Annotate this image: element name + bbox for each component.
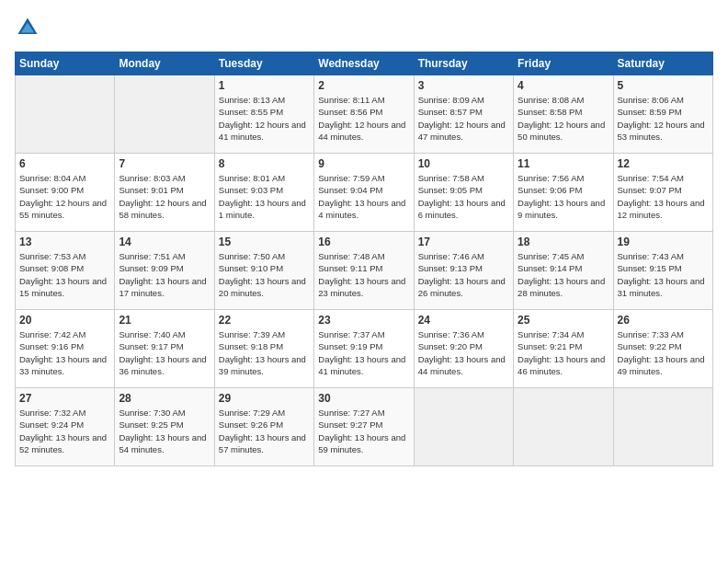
day-info: Sunrise: 7:48 AM Sunset: 9:11 PM Dayligh… xyxy=(318,250,409,299)
day-number: 22 xyxy=(219,314,310,327)
calendar-cell: 11Sunrise: 7:56 AM Sunset: 9:06 PM Dayli… xyxy=(514,154,613,232)
weekday-header-wednesday: Wednesday xyxy=(314,52,414,75)
day-number: 12 xyxy=(618,157,709,170)
calendar-week-2: 6Sunrise: 8:04 AM Sunset: 9:00 PM Daylig… xyxy=(16,154,713,232)
day-number: 24 xyxy=(418,314,509,327)
day-info: Sunrise: 7:46 AM Sunset: 9:13 PM Dayligh… xyxy=(418,250,509,299)
weekday-header-row: SundayMondayTuesdayWednesdayThursdayFrid… xyxy=(16,52,713,75)
calendar-cell xyxy=(613,388,712,466)
day-info: Sunrise: 7:30 AM Sunset: 9:25 PM Dayligh… xyxy=(119,407,210,455)
day-info: Sunrise: 8:08 AM Sunset: 8:58 PM Dayligh… xyxy=(518,94,609,143)
day-number: 3 xyxy=(418,79,509,92)
day-number: 17 xyxy=(418,236,509,248)
calendar-cell: 22Sunrise: 7:39 AM Sunset: 9:18 PM Dayli… xyxy=(214,310,313,388)
day-info: Sunrise: 7:33 AM Sunset: 9:22 PM Dayligh… xyxy=(618,328,709,377)
calendar-cell: 10Sunrise: 7:58 AM Sunset: 9:05 PM Dayli… xyxy=(414,154,513,232)
day-number: 18 xyxy=(518,236,609,248)
day-number: 6 xyxy=(19,157,110,170)
header xyxy=(15,15,713,40)
weekday-header-sunday: Sunday xyxy=(16,52,115,75)
day-number: 10 xyxy=(418,157,509,170)
day-number: 2 xyxy=(318,79,409,92)
calendar-cell: 4Sunrise: 8:08 AM Sunset: 8:58 PM Daylig… xyxy=(514,75,613,154)
day-number: 20 xyxy=(19,314,110,327)
calendar-cell: 25Sunrise: 7:34 AM Sunset: 9:21 PM Dayli… xyxy=(514,310,613,388)
day-number: 7 xyxy=(119,157,210,170)
calendar-cell: 12Sunrise: 7:54 AM Sunset: 9:07 PM Dayli… xyxy=(613,154,712,232)
day-info: Sunrise: 7:37 AM Sunset: 9:19 PM Dayligh… xyxy=(318,328,409,377)
day-number: 23 xyxy=(318,314,409,327)
weekday-header-saturday: Saturday xyxy=(613,52,712,75)
day-info: Sunrise: 7:59 AM Sunset: 9:04 PM Dayligh… xyxy=(318,172,409,221)
calendar-body: 1Sunrise: 8:13 AM Sunset: 8:55 PM Daylig… xyxy=(16,75,713,466)
calendar-cell xyxy=(514,388,613,466)
calendar-cell: 7Sunrise: 8:03 AM Sunset: 9:01 PM Daylig… xyxy=(115,154,214,232)
day-number: 19 xyxy=(618,236,709,248)
calendar-table: SundayMondayTuesdayWednesdayThursdayFrid… xyxy=(15,52,713,466)
calendar-cell: 30Sunrise: 7:27 AM Sunset: 9:27 PM Dayli… xyxy=(314,388,414,466)
day-info: Sunrise: 7:32 AM Sunset: 9:24 PM Dayligh… xyxy=(19,407,110,455)
page-container: SundayMondayTuesdayWednesdayThursdayFrid… xyxy=(0,0,728,474)
calendar-cell: 26Sunrise: 7:33 AM Sunset: 9:22 PM Dayli… xyxy=(613,310,712,388)
day-info: Sunrise: 8:11 AM Sunset: 8:56 PM Dayligh… xyxy=(318,94,409,143)
weekday-header-monday: Monday xyxy=(115,52,214,75)
day-info: Sunrise: 7:39 AM Sunset: 9:18 PM Dayligh… xyxy=(219,328,310,377)
day-info: Sunrise: 7:29 AM Sunset: 9:26 PM Dayligh… xyxy=(219,407,310,455)
day-number: 8 xyxy=(219,157,310,170)
day-number: 4 xyxy=(518,79,609,92)
calendar-header: SundayMondayTuesdayWednesdayThursdayFrid… xyxy=(16,52,713,75)
day-number: 21 xyxy=(119,314,210,327)
calendar-week-4: 20Sunrise: 7:42 AM Sunset: 9:16 PM Dayli… xyxy=(16,310,713,388)
day-info: Sunrise: 7:43 AM Sunset: 9:15 PM Dayligh… xyxy=(618,250,709,299)
day-info: Sunrise: 7:27 AM Sunset: 9:27 PM Dayligh… xyxy=(318,407,409,455)
day-number: 13 xyxy=(19,236,110,248)
calendar-cell: 9Sunrise: 7:59 AM Sunset: 9:04 PM Daylig… xyxy=(314,154,414,232)
calendar-cell: 16Sunrise: 7:48 AM Sunset: 9:11 PM Dayli… xyxy=(314,232,414,310)
day-number: 11 xyxy=(518,157,609,170)
calendar-week-1: 1Sunrise: 8:13 AM Sunset: 8:55 PM Daylig… xyxy=(16,75,713,154)
calendar-cell: 5Sunrise: 8:06 AM Sunset: 8:59 PM Daylig… xyxy=(613,75,712,154)
day-number: 26 xyxy=(618,314,709,327)
weekday-header-friday: Friday xyxy=(514,52,613,75)
calendar-cell: 15Sunrise: 7:50 AM Sunset: 9:10 PM Dayli… xyxy=(214,232,313,310)
calendar-cell: 3Sunrise: 8:09 AM Sunset: 8:57 PM Daylig… xyxy=(414,75,513,154)
calendar-cell: 8Sunrise: 8:01 AM Sunset: 9:03 PM Daylig… xyxy=(214,154,313,232)
calendar-cell: 19Sunrise: 7:43 AM Sunset: 9:15 PM Dayli… xyxy=(613,232,712,310)
day-number: 14 xyxy=(119,236,210,248)
day-info: Sunrise: 8:01 AM Sunset: 9:03 PM Dayligh… xyxy=(219,172,310,221)
calendar-cell: 23Sunrise: 7:37 AM Sunset: 9:19 PM Dayli… xyxy=(314,310,414,388)
day-number: 5 xyxy=(618,79,709,92)
day-info: Sunrise: 7:53 AM Sunset: 9:08 PM Dayligh… xyxy=(19,250,110,299)
calendar-cell: 29Sunrise: 7:29 AM Sunset: 9:26 PM Dayli… xyxy=(214,388,313,466)
calendar-cell xyxy=(115,75,214,154)
day-info: Sunrise: 7:34 AM Sunset: 9:21 PM Dayligh… xyxy=(518,328,609,377)
calendar-cell: 13Sunrise: 7:53 AM Sunset: 9:08 PM Dayli… xyxy=(16,232,115,310)
calendar-cell: 27Sunrise: 7:32 AM Sunset: 9:24 PM Dayli… xyxy=(16,388,115,466)
day-info: Sunrise: 7:50 AM Sunset: 9:10 PM Dayligh… xyxy=(219,250,310,299)
calendar-cell: 28Sunrise: 7:30 AM Sunset: 9:25 PM Dayli… xyxy=(115,388,214,466)
logo-icon xyxy=(15,15,40,40)
calendar-cell: 18Sunrise: 7:45 AM Sunset: 9:14 PM Dayli… xyxy=(514,232,613,310)
day-info: Sunrise: 8:03 AM Sunset: 9:01 PM Dayligh… xyxy=(119,172,210,221)
day-number: 9 xyxy=(318,157,409,170)
calendar-cell: 6Sunrise: 8:04 AM Sunset: 9:00 PM Daylig… xyxy=(16,154,115,232)
day-number: 25 xyxy=(518,314,609,327)
weekday-header-tuesday: Tuesday xyxy=(214,52,313,75)
day-number: 15 xyxy=(219,236,310,248)
day-number: 28 xyxy=(119,392,210,405)
day-number: 1 xyxy=(219,79,310,92)
calendar-cell: 21Sunrise: 7:40 AM Sunset: 9:17 PM Dayli… xyxy=(115,310,214,388)
day-info: Sunrise: 7:42 AM Sunset: 9:16 PM Dayligh… xyxy=(19,328,110,377)
calendar-cell: 14Sunrise: 7:51 AM Sunset: 9:09 PM Dayli… xyxy=(115,232,214,310)
calendar-cell: 1Sunrise: 8:13 AM Sunset: 8:55 PM Daylig… xyxy=(214,75,313,154)
day-info: Sunrise: 7:58 AM Sunset: 9:05 PM Dayligh… xyxy=(418,172,509,221)
calendar-cell: 17Sunrise: 7:46 AM Sunset: 9:13 PM Dayli… xyxy=(414,232,513,310)
weekday-header-thursday: Thursday xyxy=(414,52,513,75)
day-info: Sunrise: 8:13 AM Sunset: 8:55 PM Dayligh… xyxy=(219,94,310,143)
day-info: Sunrise: 7:51 AM Sunset: 9:09 PM Dayligh… xyxy=(119,250,210,299)
day-info: Sunrise: 7:36 AM Sunset: 9:20 PM Dayligh… xyxy=(418,328,509,377)
calendar-cell: 2Sunrise: 8:11 AM Sunset: 8:56 PM Daylig… xyxy=(314,75,414,154)
day-info: Sunrise: 7:40 AM Sunset: 9:17 PM Dayligh… xyxy=(119,328,210,377)
day-number: 29 xyxy=(219,392,310,405)
day-info: Sunrise: 7:56 AM Sunset: 9:06 PM Dayligh… xyxy=(518,172,609,221)
